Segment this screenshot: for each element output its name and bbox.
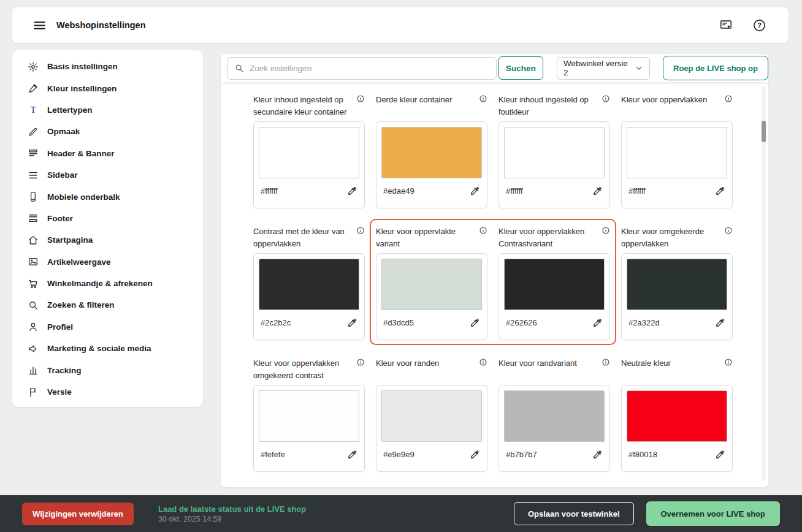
sidebar-item[interactable]: Versie — [12, 381, 203, 403]
sidebar-item[interactable]: Kleur instellingen — [12, 77, 203, 99]
color-swatch[interactable] — [381, 259, 482, 310]
info-icon[interactable] — [724, 358, 733, 367]
hamburger-menu-icon[interactable] — [32, 18, 47, 32]
info-icon[interactable] — [356, 226, 365, 235]
hex-value: #2c2b2c — [261, 318, 291, 327]
color-swatch[interactable] — [504, 390, 605, 442]
eyedropper-icon[interactable] — [347, 449, 357, 460]
color-setting-card: Kleur voor oppervlakken omgekeerd contra… — [253, 357, 365, 472]
discard-changes-button[interactable]: Wijzigingen verwijderen — [22, 503, 134, 525]
sidebar-item[interactable]: Winkelmandje & afrekenen — [12, 273, 203, 294]
info-icon[interactable] — [724, 94, 733, 103]
color-setting-card: Kleur inhoud ingesteld op secundaire kle… — [253, 94, 365, 208]
scrollbar-thumb[interactable] — [762, 121, 766, 142]
version-select[interactable]: Webwinkel versie 2 — [557, 57, 650, 80]
sidebar-item[interactable]: Profiel — [12, 316, 203, 338]
sidebar-item[interactable]: Artikelweergave — [12, 251, 203, 273]
app-header: Webshopinstellingen ? — [12, 7, 789, 43]
color-swatch[interactable] — [381, 390, 482, 442]
page-title: Webshopinstellingen — [56, 20, 146, 30]
feedback-icon[interactable] — [719, 18, 733, 32]
flag-icon — [28, 387, 39, 398]
color-setting-card: Kleur voor oppervlakte variant #d3dcd5 — [376, 226, 487, 340]
info-icon[interactable] — [724, 226, 733, 235]
sidebar-item[interactable]: T Lettertypen — [12, 99, 203, 121]
footer-icon — [28, 213, 39, 224]
color-setting-card: Contrast met de kleur van oppervlakken #… — [253, 226, 365, 340]
sidebar-item-label: Lettertypen — [47, 105, 93, 115]
bar-chart-icon — [28, 365, 39, 376]
sidebar-item[interactable]: Opmaak — [12, 121, 203, 142]
setting-label: Kleur inhoud ingesteld op foutkleur — [498, 94, 598, 118]
setting-label: Kleur voor omgekeerde oppervlakken — [621, 226, 720, 249]
action-footer: Wijzigingen verwijderen Laad de laatste … — [0, 495, 802, 532]
sidebar-item[interactable]: Sidebar — [12, 164, 203, 186]
setting-label: Kleur voor oppervlakte variant — [376, 226, 475, 249]
color-swatch[interactable] — [627, 259, 727, 310]
sidebar-item[interactable]: Marketing & sociale media — [12, 338, 203, 359]
sidebar-item-label: Startpagina — [47, 235, 93, 245]
sidebar-item[interactable]: Zoeken & filteren — [12, 294, 203, 316]
color-swatch[interactable] — [381, 127, 482, 178]
sidebar-item[interactable]: Basis instellingen — [12, 56, 203, 77]
save-testshop-button[interactable]: Opslaan voor testwinkel — [514, 502, 634, 525]
info-icon[interactable] — [602, 94, 610, 103]
live-status-date: 30 okt. 2025 14:59 — [158, 515, 306, 523]
eyedropper-icon[interactable] — [715, 449, 725, 460]
header-banner-icon — [28, 148, 39, 159]
eyedropper-icon[interactable] — [715, 317, 725, 328]
color-swatch[interactable] — [259, 390, 359, 442]
hex-value: #ffffff — [628, 186, 646, 196]
color-swatch[interactable] — [259, 127, 359, 178]
sidebar-item-label: Winkelmandje & afrekenen — [47, 279, 153, 288]
search-button[interactable]: Suchen — [498, 56, 543, 80]
cart-icon — [28, 278, 39, 289]
eyedropper-icon[interactable] — [592, 449, 603, 460]
settings-search — [227, 57, 497, 80]
hex-value: #b7b7b7 — [506, 450, 537, 459]
info-icon[interactable] — [602, 226, 610, 235]
sidebar-item-label: Footer — [47, 214, 73, 223]
color-swatch[interactable] — [504, 259, 605, 310]
sidebar-item[interactable]: Mobiele onderbalk — [12, 186, 203, 207]
sidebar-item-label: Marketing & sociale media — [47, 344, 151, 353]
person-icon — [28, 321, 39, 332]
color-swatch[interactable] — [504, 127, 605, 178]
sidebar-item[interactable]: Startpagina — [12, 229, 203, 251]
hex-value: #ffffff — [261, 186, 278, 196]
color-swatch[interactable] — [627, 390, 727, 442]
eyedropper-icon[interactable] — [592, 317, 603, 328]
search-input[interactable] — [250, 64, 489, 73]
mobile-icon — [28, 191, 39, 202]
load-live-status-link[interactable]: Laad de laatste status uit de LIVE shop — [158, 504, 306, 514]
help-icon[interactable]: ? — [752, 18, 766, 32]
open-live-shop-button[interactable]: Roep de LIVE shop op — [663, 56, 768, 80]
setting-label: Kleur voor oppervlakken omgekeerd contra… — [253, 357, 353, 381]
setting-label: Derde kleur container — [376, 94, 475, 106]
setting-label: Kleur voor oppervlakken — [621, 94, 720, 106]
color-setting-card: Kleur inhoud ingesteld op foutkleur #fff… — [498, 94, 610, 208]
color-swatch[interactable] — [627, 127, 727, 178]
info-icon[interactable] — [479, 358, 487, 367]
eyedropper-icon[interactable] — [470, 449, 480, 460]
eyedropper-icon[interactable] — [715, 186, 725, 196]
sidebar-item-label: Profiel — [47, 322, 73, 332]
sidebar-item[interactable]: Header & Banner — [12, 143, 203, 164]
eyedropper-icon[interactable] — [470, 186, 480, 196]
info-icon[interactable] — [479, 226, 487, 235]
apply-live-button[interactable]: Overnemen voor LIVE shop — [646, 501, 781, 526]
sidebar-item[interactable]: Footer — [12, 208, 203, 229]
setting-label: Contrast met de kleur van oppervlakken — [253, 226, 353, 249]
eyedropper-icon[interactable] — [347, 186, 357, 196]
sidebar-item[interactable]: Tracking — [12, 359, 203, 381]
info-icon[interactable] — [602, 358, 610, 367]
info-icon[interactable] — [479, 94, 487, 103]
eyedropper-icon[interactable] — [470, 317, 480, 328]
eyedropper-icon[interactable] — [592, 186, 603, 196]
header-actions: ? — [719, 18, 766, 32]
color-swatch[interactable] — [259, 259, 359, 310]
eyedropper-icon[interactable] — [347, 317, 357, 328]
info-icon[interactable] — [356, 94, 365, 103]
setting-label: Kleur voor randvariant — [498, 357, 598, 370]
info-icon[interactable] — [356, 358, 365, 367]
